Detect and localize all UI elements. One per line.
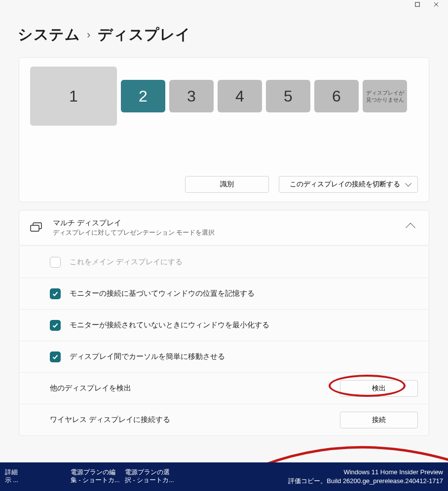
taskbar-item-3[interactable]: 電源プランの選 択 - ショートカ... [121,469,175,484]
label-detect: 他のディスプレイを検出 [50,384,331,393]
multi-display-section: マルチ ディスプレイ ディスプレイに対してプレゼンテーション モードを選択 [19,210,429,246]
monitor-6[interactable]: 6 [314,80,359,112]
label-wireless: ワイヤレス ディスプレイに接続する [50,415,331,424]
svg-rect-0 [415,2,419,6]
monitor-4[interactable]: 4 [218,80,262,112]
multi-display-header[interactable]: マルチ ディスプレイ ディスプレイに対してプレゼンテーション モードを選択 [19,210,429,245]
chevron-up-icon [406,223,415,233]
section-title: マルチ ディスプレイ [53,218,397,228]
monitor-layout[interactable]: 1 2 3 4 5 6 ディスプレイが見つかりません [30,67,418,126]
display-mode-dropdown[interactable]: このディスプレイの接続を切断する [279,176,418,193]
watermark-line2: 評価コピー。Build 26200.ge_prerelease.240412-1… [288,477,443,486]
monitor-3[interactable]: 3 [169,80,214,112]
breadcrumb-parent[interactable]: システム [18,25,80,45]
checkbox-make-main [50,257,61,268]
monitor-5[interactable]: 5 [266,80,310,112]
close-icon[interactable] [433,0,439,9]
chevron-right-icon: › [87,29,91,41]
label-make-main: これをメイン ディスプレイにする [70,257,418,267]
label-remember-position: モニターの接続に基づいてウィンドウの位置を記憶する [70,289,418,298]
taskbar-item-1[interactable]: 詳細 示 ... [1,469,22,484]
checkbox-easy-cursor[interactable] [50,351,61,362]
taskbar-item-2[interactable]: 電源プランの編 集 - ショートカ... [67,469,121,484]
section-subtitle: ディスプレイに対してプレゼンテーション モードを選択 [53,229,397,237]
taskbar-watermark: Windows 11 Home Insider Preview 評価コピー。Bu… [288,468,445,485]
displays-icon [30,222,43,233]
checkbox-remember-position[interactable] [50,288,61,299]
label-minimize: モニターが接続されていないときにウィンドウを最小化する [70,320,418,330]
svg-rect-2 [31,225,39,231]
checkbox-minimize[interactable] [50,320,61,331]
breadcrumb: システム › ディスプレイ [18,25,191,45]
taskbar: 詳細 示 ... 電源プランの編 集 - ショートカ... 電源プランの選 択 … [0,462,448,491]
maximize-icon[interactable] [414,0,420,9]
connect-button[interactable]: 接続 [340,412,418,428]
monitor-not-found[interactable]: ディスプレイが見つかりません [363,80,407,112]
row-make-main-display: これをメイン ディスプレイにする [19,246,429,278]
monitor-2[interactable]: 2 [121,80,165,112]
row-wireless-display: ワイヤレス ディスプレイに接続する 接続 [19,404,429,436]
detect-button[interactable]: 検出 [340,380,418,397]
row-minimize-disconnected: モニターが接続されていないときにウィンドウを最小化する [19,310,429,341]
display-arrange-card: 1 2 3 4 5 6 ディスプレイが見つかりません 識別 このディスプレイの接… [19,57,429,202]
window-controls [414,0,448,7]
watermark-line1: Windows 11 Home Insider Preview [288,468,443,477]
breadcrumb-current: ディスプレイ [98,25,191,45]
row-easy-cursor: ディスプレイ間でカーソルを簡単に移動させる [19,341,429,373]
row-remember-position: モニターの接続に基づいてウィンドウの位置を記憶する [19,278,429,310]
label-easy-cursor: ディスプレイ間でカーソルを簡単に移動させる [70,352,418,361]
monitor-1[interactable]: 1 [30,67,117,126]
row-detect-displays: 他のディスプレイを検出 検出 [19,373,429,404]
identify-button[interactable]: 識別 [185,176,269,193]
